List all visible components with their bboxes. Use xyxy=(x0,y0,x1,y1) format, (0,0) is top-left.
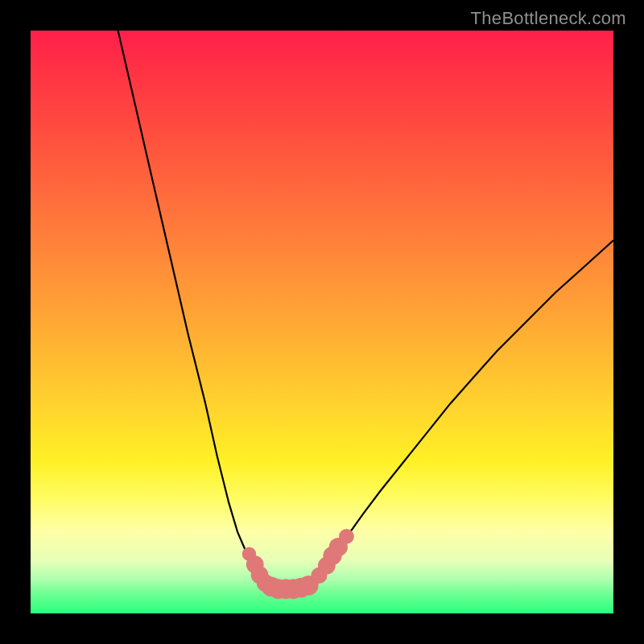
plot-area xyxy=(31,31,613,613)
watermark-text: TheBottleneck.com xyxy=(471,8,626,29)
marker-group xyxy=(242,529,354,599)
data-marker xyxy=(339,529,354,544)
chart-frame: TheBottleneck.com xyxy=(0,0,644,644)
bottleneck-curve xyxy=(118,31,613,589)
chart-svg xyxy=(31,31,613,613)
curve-group xyxy=(118,31,613,589)
